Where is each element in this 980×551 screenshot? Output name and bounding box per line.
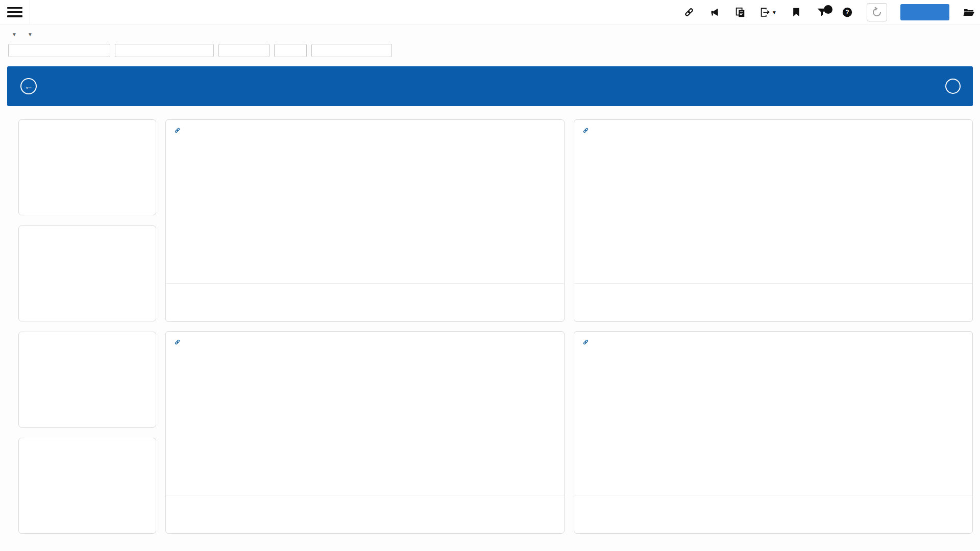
kpi-sparkline — [40, 246, 135, 279]
svg-text:?: ? — [845, 9, 849, 16]
drill-across-link[interactable] — [174, 127, 184, 134]
kpi-sparkline — [40, 353, 135, 385]
filter-chip-row — [8, 44, 980, 62]
drill-across-link[interactable] — [582, 127, 592, 134]
chevron-down-icon: ▼ — [772, 10, 777, 15]
chart-card-ar-ap-turnover — [574, 331, 973, 534]
kpi-card-operating-cash-cycle — [18, 226, 156, 321]
chart-canvas-gross-profit-margin — [175, 341, 555, 494]
megaphone-icon[interactable] — [708, 6, 721, 18]
dashboard-banner: ← — [7, 66, 973, 106]
kpi-card-free-cash-flow — [18, 438, 156, 534]
chart-canvas-ar-ap-turnover — [583, 341, 963, 494]
kpi-column — [18, 119, 156, 534]
filter-icon[interactable] — [816, 6, 828, 18]
kpi-card-operating-income — [18, 119, 156, 215]
breadcrumb: ▼ ▼ — [8, 24, 980, 44]
chevron-down-icon[interactable]: ▼ — [12, 32, 17, 37]
link-icon — [174, 127, 181, 134]
export-icon[interactable]: ▼ — [760, 6, 777, 18]
filter-chip[interactable] — [218, 44, 270, 57]
chart-card-solvency-ratio — [574, 119, 973, 322]
banner-help-icon[interactable] — [945, 79, 961, 94]
filter-badge — [824, 5, 832, 14]
filter-chip[interactable] — [311, 44, 392, 57]
refresh-button[interactable] — [867, 3, 887, 21]
folder-icon[interactable] — [963, 6, 975, 18]
dashboard-body — [18, 119, 973, 534]
top-bar: ▼ ? — [0, 0, 980, 24]
link-icon[interactable] — [683, 6, 695, 18]
copy-icon[interactable] — [734, 6, 746, 18]
drill-across-link[interactable] — [582, 339, 592, 345]
topbar-divider — [30, 0, 30, 24]
chart-card-working-capital-liquidity — [165, 119, 565, 322]
help-icon[interactable]: ? — [841, 6, 853, 18]
link-icon — [582, 339, 589, 345]
filter-chip[interactable] — [8, 44, 110, 57]
edit-button[interactable] — [900, 4, 949, 20]
drill-across-link[interactable] — [174, 339, 184, 345]
filter-chip[interactable] — [274, 44, 307, 57]
chevron-down-icon[interactable]: ▼ — [28, 32, 33, 37]
chart-canvas-working-capital-liquidity — [175, 129, 555, 282]
link-icon — [582, 127, 589, 134]
kpi-sparkline — [40, 140, 135, 173]
kpi-card-net-working-capital — [18, 332, 156, 428]
filter-chip[interactable] — [115, 44, 214, 57]
chart-canvas-solvency-ratio — [583, 129, 963, 282]
link-icon — [174, 339, 181, 345]
back-button[interactable]: ← — [20, 78, 37, 94]
menu-icon[interactable] — [7, 7, 22, 17]
chart-card-gross-profit-margin — [165, 331, 565, 534]
kpi-sparkline — [40, 459, 135, 491]
bookmark-icon[interactable] — [790, 6, 802, 18]
